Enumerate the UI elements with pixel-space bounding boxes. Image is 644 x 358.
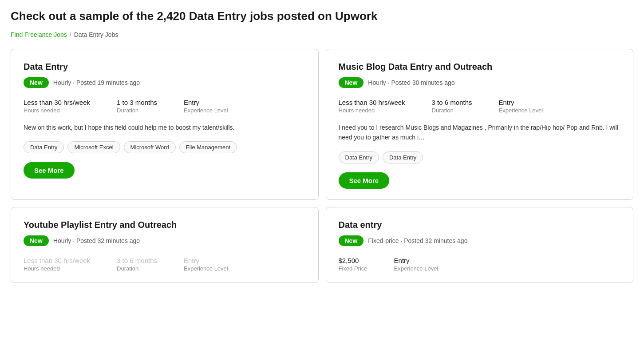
job-stats-4: $2,500 Fixed Price Entry Experience Leve… <box>339 257 621 272</box>
job-card-4: Data entry New Fixed-price · Posted 32 m… <box>326 207 634 283</box>
job-title-3: Youtube Playlist Entry and Outreach <box>24 220 306 230</box>
job-meta-text-3: Hourly · Posted 32 minutes ago <box>53 237 140 244</box>
tag-data-entry-2a: Data Entry <box>339 151 379 163</box>
job-meta-4: New Fixed-price · Posted 32 minutes ago <box>339 235 621 246</box>
job-title-4: Data entry <box>339 220 621 230</box>
breadcrumb-link[interactable]: Find Freelance Jobs <box>11 31 67 38</box>
see-more-button-1[interactable]: See More <box>24 162 75 179</box>
stat-duration-2: 3 to 6 months Duration <box>432 99 472 114</box>
badge-new-4: New <box>339 235 364 246</box>
tag-word: Microsoft Word <box>124 141 176 153</box>
breadcrumb-separator: / <box>70 31 71 38</box>
breadcrumb-current: Data Entry Jobs <box>74 31 119 38</box>
job-card-1: Data Entry New Hourly · Posted 19 minute… <box>11 49 319 200</box>
job-tags-1: Data Entry Microsoft Excel Microsoft Wor… <box>24 141 306 153</box>
tag-data-entry-2b: Data Entry <box>383 151 423 163</box>
badge-new-2: New <box>339 77 364 88</box>
job-meta-text-4: Fixed-price · Posted 32 minutes ago <box>368 237 467 244</box>
job-title-2: Music Blog Data Entry and Outreach <box>339 62 621 72</box>
stat-duration-3: 3 to 6 months Duration <box>117 257 157 272</box>
job-meta-1: New Hourly · Posted 19 minutes ago <box>24 77 306 88</box>
stat-level-2: Entry Experience Level <box>498 99 543 114</box>
job-meta-text-2: Hourly · Posted 30 minutes ago <box>368 79 454 86</box>
stat-hours-2: Less than 30 hrs/week Hours needed <box>339 99 405 114</box>
stat-hours-1: Less than 30 hrs/week Hours needed <box>24 99 90 114</box>
stat-hours-3: Less than 30 hrs/week Hours needed <box>24 257 90 272</box>
stat-level-3: Entry Experience Level <box>184 257 228 272</box>
badge-new-3: New <box>24 235 49 246</box>
job-stats-2: Less than 30 hrs/week Hours needed 3 to … <box>339 99 621 114</box>
tag-excel: Microsoft Excel <box>67 141 120 153</box>
stat-level-4: Entry Experience Level <box>394 257 439 272</box>
job-card-3: Youtube Playlist Entry and Outreach New … <box>11 207 319 283</box>
see-more-button-2[interactable]: See More <box>339 172 390 189</box>
job-stats-1: Less than 30 hrs/week Hours needed 1 to … <box>24 99 306 114</box>
tag-file-mgmt: File Management <box>179 141 237 153</box>
stat-duration-1: 1 to 3 months Duration <box>117 99 157 114</box>
job-card-2: Music Blog Data Entry and Outreach New H… <box>326 49 634 200</box>
job-stats-3: Less than 30 hrs/week Hours needed 3 to … <box>24 257 306 272</box>
badge-new-1: New <box>24 77 49 88</box>
tag-data-entry: Data Entry <box>24 141 64 153</box>
job-description-1: New on this work, but I hope this field … <box>24 123 306 132</box>
jobs-grid: Data Entry New Hourly · Posted 19 minute… <box>11 49 633 283</box>
stat-level-1: Entry Experience Level <box>184 99 228 114</box>
breadcrumb: Find Freelance Jobs / Data Entry Jobs <box>11 31 633 38</box>
job-meta-3: New Hourly · Posted 32 minutes ago <box>24 235 306 246</box>
job-meta-2: New Hourly · Posted 30 minutes ago <box>339 77 621 88</box>
page-title: Check out a sample of the 2,420 Data Ent… <box>11 9 633 24</box>
job-tags-2: Data Entry Data Entry <box>339 151 621 163</box>
job-meta-text-1: Hourly · Posted 19 minutes ago <box>53 79 140 86</box>
job-description-2: I need you to I research Music Blogs and… <box>339 123 621 143</box>
stat-price-4: $2,500 Fixed Price <box>339 257 367 272</box>
job-title-1: Data Entry <box>24 62 306 72</box>
